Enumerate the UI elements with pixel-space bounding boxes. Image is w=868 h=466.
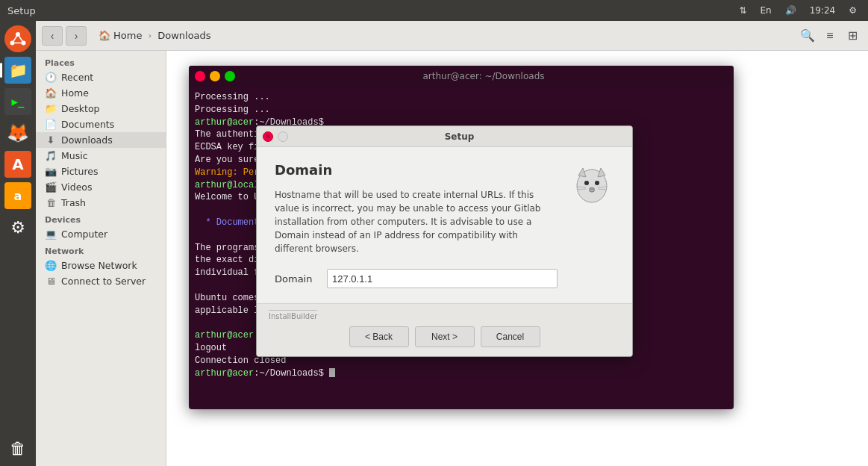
- setup-domain-title: Domain: [275, 162, 558, 178]
- browse-network-icon: 🌐: [45, 260, 57, 271]
- network-section-title: Network: [36, 242, 166, 258]
- setup-buttons: < Back Next > Cancel: [269, 326, 620, 347]
- fm-body: Places 🕐 Recent 🏠 Home 📁 Desktop 📄 Docum…: [36, 51, 868, 466]
- system-tray: ⇅ En 🔊 19:24 ⚙: [735, 4, 861, 17]
- cancel-button[interactable]: Cancel: [481, 326, 540, 347]
- setup-logo-row: Domain Hostname that will be used to cre…: [275, 162, 614, 288]
- terminal-maximize-btn[interactable]: [225, 71, 235, 81]
- window-title: Setup: [7, 5, 36, 16]
- sidebar-item-documents[interactable]: 📄 Documents: [36, 116, 166, 132]
- fm-toolbar: ‹ › 🏠 Home › Downloads 🔍 ≡ ⊞: [36, 21, 868, 51]
- setup-logo: [569, 162, 614, 207]
- dock-item-trash[interactable]: 🗑: [3, 433, 33, 463]
- setup-body: Domain Hostname that will be used to cre…: [257, 147, 632, 303]
- dock-item-files[interactable]: 📁: [3, 55, 33, 85]
- terminal-close-btn[interactable]: [195, 71, 205, 81]
- setup-dialog-title: Setup: [293, 131, 626, 142]
- sidebar-item-music[interactable]: 🎵 Music: [36, 148, 166, 164]
- forward-button[interactable]: ›: [66, 26, 87, 46]
- application-dock: 📁 ▶_ 🦊 A a ⚙ 🗑: [0, 21, 36, 466]
- setup-titlebar: ✕ Setup: [257, 126, 632, 147]
- sidebar-item-connect-server[interactable]: 🖥 Connect to Server: [36, 273, 166, 289]
- documents-icon: 📄: [45, 119, 57, 130]
- settings-icon[interactable]: ⚙: [845, 4, 861, 17]
- trash-icon: 🗑: [45, 197, 57, 208]
- sidebar-item-pictures[interactable]: 📷 Pictures: [36, 164, 166, 179]
- dock-item-firefox[interactable]: 🦊: [3, 118, 33, 148]
- sidebar-item-trash[interactable]: 🗑 Trash: [36, 195, 166, 211]
- fm-sidebar: Places 🕐 Recent 🏠 Home 📁 Desktop 📄 Docum…: [36, 51, 166, 466]
- sidebar-item-browse-network[interactable]: 🌐 Browse Network: [36, 258, 166, 273]
- sound-indicator[interactable]: 🔊: [781, 4, 800, 17]
- setup-footer: InstallBuilder < Back Next > Cancel: [257, 303, 632, 356]
- watermark: http://blog.csdn.net/: [749, 450, 862, 460]
- music-icon: 🎵: [45, 150, 57, 161]
- setup-input-row: Domain: [275, 269, 558, 288]
- clock[interactable]: 19:24: [806, 4, 840, 17]
- sidebar-item-recent[interactable]: 🕐 Recent: [36, 69, 166, 85]
- installbuilder-label: InstallBuilder: [269, 310, 620, 320]
- downloads-icon: ⬇: [45, 134, 57, 146]
- fm-content: arthur@acer: ~/Downloads Processing ... …: [166, 51, 868, 466]
- search-button[interactable]: 🔍: [798, 26, 817, 46]
- svg-line-3: [13, 34, 19, 43]
- setup-dialog: ✕ Setup Domain Hostname that will be use…: [256, 125, 633, 357]
- setup-text-column: Domain Hostname that will be used to cre…: [275, 162, 558, 288]
- view-toggle-button[interactable]: ⊞: [843, 26, 862, 46]
- menu-button[interactable]: ≡: [820, 26, 840, 46]
- dock-item-system-settings[interactable]: ⚙: [3, 212, 33, 242]
- setup-close-btn[interactable]: ✕: [263, 131, 273, 142]
- desktop-icon: 📁: [45, 103, 57, 114]
- svg-point-12: [595, 181, 599, 185]
- keyboard-indicator[interactable]: ⇅: [735, 4, 750, 17]
- home-icon: 🏠: [99, 30, 110, 41]
- dock-item-amazon[interactable]: a: [3, 181, 33, 211]
- devices-section-title: Devices: [36, 211, 166, 226]
- language-indicator[interactable]: En: [756, 4, 775, 17]
- domain-label: Domain: [275, 273, 319, 285]
- places-section-title: Places: [36, 54, 166, 69]
- pictures-icon: 📷: [45, 166, 57, 177]
- breadcrumb-downloads[interactable]: Downloads: [153, 28, 215, 43]
- back-button[interactable]: ‹: [42, 26, 63, 46]
- dock-item-software[interactable]: A: [3, 149, 33, 179]
- terminal-title: arthur@acer: ~/Downloads: [240, 71, 728, 81]
- svg-point-13: [589, 187, 595, 191]
- sidebar-item-computer[interactable]: 💻 Computer: [36, 226, 166, 242]
- dock-item-ubuntu[interactable]: [3, 24, 33, 54]
- setup-description: Hostname that will be used to create int…: [275, 188, 558, 255]
- svg-point-11: [584, 181, 589, 185]
- next-button[interactable]: Next >: [415, 326, 475, 347]
- screen: Setup ⇅ En 🔊 19:24 ⚙ 📁: [0, 0, 868, 466]
- breadcrumb-separator: ›: [148, 31, 152, 41]
- breadcrumb: 🏠 Home › Downloads: [94, 28, 216, 43]
- breadcrumb-home[interactable]: 🏠 Home: [94, 28, 146, 43]
- videos-icon: 🎬: [45, 181, 57, 193]
- connect-server-icon: 🖥: [45, 276, 57, 287]
- terminal-minimize-btn[interactable]: [210, 71, 220, 81]
- sidebar-item-desktop[interactable]: 📁 Desktop: [36, 101, 166, 116]
- sidebar-item-downloads[interactable]: ⬇ Downloads: [36, 132, 166, 148]
- domain-input[interactable]: [327, 269, 558, 288]
- home-folder-icon: 🏠: [45, 87, 57, 99]
- svg-line-4: [18, 34, 24, 43]
- sidebar-item-videos[interactable]: 🎬 Videos: [36, 179, 166, 195]
- setup-minimize-btn[interactable]: [278, 131, 288, 142]
- system-topbar: Setup ⇅ En 🔊 19:24 ⚙: [0, 0, 868, 21]
- terminal-titlebar: arthur@acer: ~/Downloads: [189, 66, 734, 87]
- computer-icon: 💻: [45, 229, 57, 240]
- dock-item-terminal[interactable]: ▶_: [3, 87, 33, 116]
- back-button[interactable]: < Back: [349, 326, 409, 347]
- sidebar-item-home[interactable]: 🏠 Home: [36, 85, 166, 101]
- file-manager: ‹ › 🏠 Home › Downloads 🔍 ≡ ⊞ Places: [36, 21, 868, 466]
- recent-icon: 🕐: [45, 72, 57, 83]
